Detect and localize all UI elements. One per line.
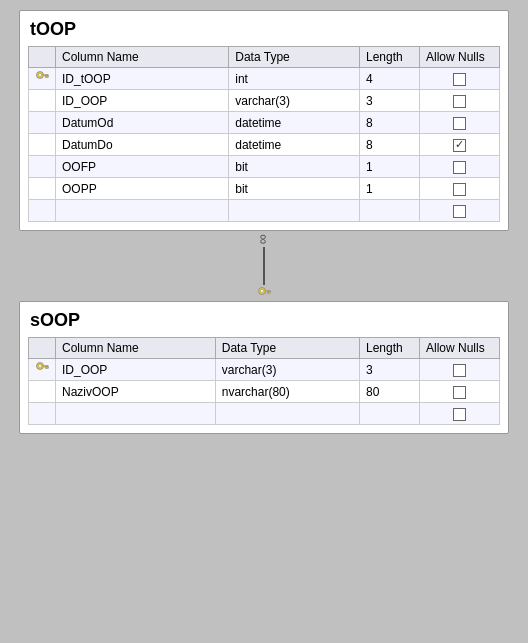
data-type-cell: datetime [229, 134, 360, 156]
length-header: Length [360, 338, 420, 359]
column-name-cell: ID_tOOP [56, 68, 229, 90]
allow-nulls-checkbox[interactable] [453, 117, 466, 130]
key-cell [29, 90, 56, 112]
length-cell: 4 [360, 68, 420, 90]
allow-nulls-cell [420, 90, 500, 112]
key-cell [29, 134, 56, 156]
infinity-top: ∞ [256, 231, 272, 247]
key-bottom-icon [256, 285, 272, 301]
table-row: ID_tOOP int 4 [29, 68, 500, 90]
svg-point-1 [39, 74, 42, 77]
allow-nulls-cell [420, 403, 500, 425]
column-name-cell: DatumDo [56, 134, 229, 156]
length-cell [360, 403, 420, 425]
db-table-tOOP: Column Name Data Type Length Allow Nulls… [28, 46, 500, 222]
column-name-cell: DatumOd [56, 112, 229, 134]
column-name-cell [56, 200, 229, 222]
infinity-icon: ∞ [257, 234, 271, 244]
table-row [29, 200, 500, 222]
svg-rect-4 [47, 76, 49, 78]
allow-nulls-checkbox[interactable] [453, 139, 466, 152]
table-row: DatumDo datetime 8 [29, 134, 500, 156]
key-cell [29, 112, 56, 134]
table-row: ID_OOP varchar(3) 3 [29, 90, 500, 112]
key-cell [29, 403, 56, 425]
relationship-connector: ∞ [19, 231, 509, 301]
column-name-cell: ID_OOP [56, 359, 216, 381]
table-row: DatumOd datetime 8 [29, 112, 500, 134]
allow-nulls-checkbox[interactable] [453, 183, 466, 196]
length-cell: 1 [360, 156, 420, 178]
data-type-cell: nvarchar(80) [215, 381, 359, 403]
allow-nulls-cell [420, 134, 500, 156]
allow-nulls-checkbox[interactable] [453, 73, 466, 86]
key-cell [29, 156, 56, 178]
connector-line [263, 247, 265, 285]
allow-nulls-cell [420, 200, 500, 222]
allow-nulls-header: Allow Nulls [420, 338, 500, 359]
column-name-cell: OOPP [56, 178, 229, 200]
data-type-cell [215, 403, 359, 425]
table-header-row: Column Name Data Type Length Allow Nulls [29, 338, 500, 359]
allow-nulls-checkbox[interactable] [453, 386, 466, 399]
length-cell: 3 [360, 359, 420, 381]
data-type-cell: datetime [229, 112, 360, 134]
table-row: ID_OOP varchar(3) 3 [29, 359, 500, 381]
length-header: Length [360, 47, 420, 68]
table-title-sOOP: sOOP [28, 310, 500, 331]
column-name-cell [56, 403, 216, 425]
allow-nulls-checkbox[interactable] [453, 95, 466, 108]
allow-nulls-checkbox[interactable] [453, 408, 466, 421]
svg-rect-9 [269, 292, 271, 294]
data-type-header: Data Type [229, 47, 360, 68]
column-name-cell: NazivOOP [56, 381, 216, 403]
table-title-tOOP: tOOP [28, 19, 500, 40]
length-cell: 80 [360, 381, 420, 403]
length-cell [360, 200, 420, 222]
table-row: NazivOOP nvarchar(80) 80 [29, 381, 500, 403]
data-type-header: Data Type [215, 338, 359, 359]
column-name-header: Column Name [56, 338, 216, 359]
column-name-cell: ID_OOP [56, 90, 229, 112]
key-cell [29, 381, 56, 403]
allow-nulls-cell [420, 359, 500, 381]
data-type-cell: varchar(3) [215, 359, 359, 381]
allow-nulls-checkbox[interactable] [453, 364, 466, 377]
length-cell: 8 [360, 112, 420, 134]
key-cell [29, 359, 56, 381]
key-cell [29, 200, 56, 222]
allow-nulls-cell [420, 381, 500, 403]
allow-nulls-cell [420, 112, 500, 134]
data-type-cell: bit [229, 156, 360, 178]
svg-rect-14 [47, 367, 49, 369]
db-table-container-tOOP: tOOP Column Name Data Type Length Allow … [19, 10, 509, 231]
table-row: OOPP bit 1 [29, 178, 500, 200]
key-header [29, 338, 56, 359]
db-table-container-sOOP: sOOP Column Name Data Type Length Allow … [19, 301, 509, 434]
data-type-cell [229, 200, 360, 222]
data-type-cell: varchar(3) [229, 90, 360, 112]
allow-nulls-header: Allow Nulls [420, 47, 500, 68]
data-type-cell: bit [229, 178, 360, 200]
svg-point-6 [261, 290, 264, 293]
key-header [29, 47, 56, 68]
length-cell: 3 [360, 90, 420, 112]
allow-nulls-cell [420, 68, 500, 90]
key-cell [29, 68, 56, 90]
allow-nulls-checkbox[interactable] [453, 161, 466, 174]
db-table-sOOP: Column Name Data Type Length Allow Nulls… [28, 337, 500, 425]
column-name-header: Column Name [56, 47, 229, 68]
svg-point-11 [39, 365, 42, 368]
allow-nulls-checkbox[interactable] [453, 205, 466, 218]
length-cell: 1 [360, 178, 420, 200]
length-cell: 8 [360, 134, 420, 156]
table-row [29, 403, 500, 425]
column-name-cell: OOFP [56, 156, 229, 178]
table-header-row: Column Name Data Type Length Allow Nulls [29, 47, 500, 68]
key-cell [29, 178, 56, 200]
table-row: OOFP bit 1 [29, 156, 500, 178]
allow-nulls-cell [420, 178, 500, 200]
data-type-cell: int [229, 68, 360, 90]
allow-nulls-cell [420, 156, 500, 178]
